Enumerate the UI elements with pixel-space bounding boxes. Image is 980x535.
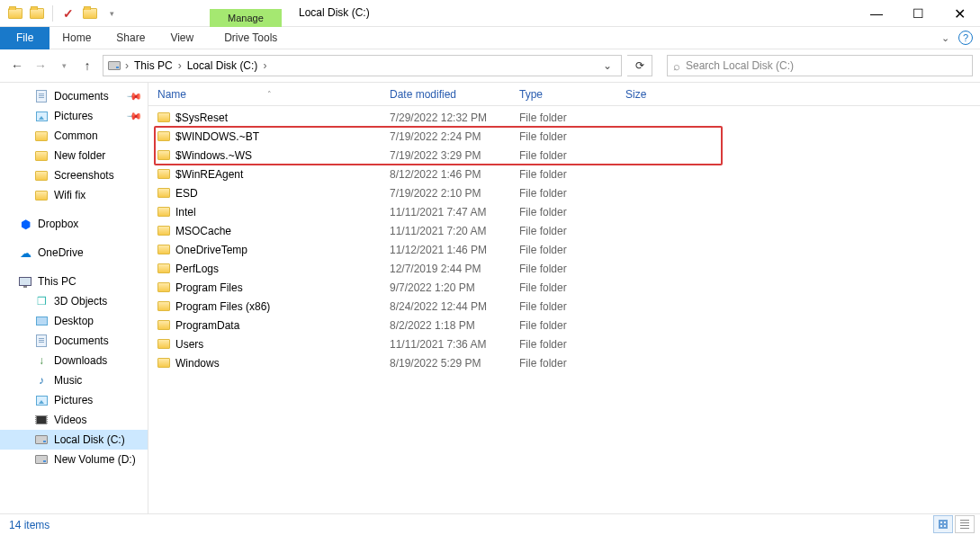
qat-dropdown-icon[interactable]: ▾ <box>102 4 121 23</box>
file-row[interactable]: $Windows.~WS 7/19/2022 3:29 PM File fold… <box>148 146 980 165</box>
file-row[interactable]: Program Files (x86) 8/24/2022 12:44 PM F… <box>148 297 980 316</box>
sidebar-quick-item[interactable]: Pictures 📌 <box>0 106 148 126</box>
folder-icon <box>157 169 175 179</box>
view-details-button[interactable] <box>933 515 953 533</box>
folder-icon <box>157 226 175 236</box>
folder-icon <box>34 168 49 183</box>
search-box[interactable]: ⌕ <box>667 55 973 76</box>
chevron-right-icon[interactable]: › <box>123 59 130 72</box>
file-row[interactable]: OneDriveTemp 11/12/2021 1:46 PM File fol… <box>148 240 980 259</box>
search-input[interactable] <box>686 59 967 72</box>
file-date: 11/11/2021 7:47 AM <box>390 206 519 218</box>
file-name: PerfLogs <box>175 263 390 275</box>
qat-newfolder-icon[interactable] <box>80 4 100 23</box>
sidebar-quick-item[interactable]: Documents 📌 <box>0 86 148 106</box>
qat-properties-icon[interactable]: ✓ <box>58 4 78 23</box>
sidebar-thispc-child[interactable]: ❒ 3D Objects <box>0 291 148 311</box>
file-type: File folder <box>519 300 625 313</box>
cube-icon: ❒ <box>34 294 49 308</box>
close-button[interactable]: ✕ <box>939 0 980 27</box>
sidebar-cloud-item[interactable]: ⬢ Dropbox <box>0 214 148 234</box>
folder-icon <box>157 358 175 368</box>
sidebar-thispc-child[interactable]: Local Disk (C:) <box>0 430 148 450</box>
ribbon-tab-home[interactable]: Home <box>49 27 103 49</box>
file-date: 9/7/2022 1:20 PM <box>390 281 519 294</box>
up-button[interactable]: ↑ <box>77 56 97 76</box>
sidebar-thispc-child[interactable]: Videos <box>0 410 148 430</box>
sidebar-thispc[interactable]: This PC <box>0 272 148 291</box>
recent-dropdown[interactable]: ▾ <box>54 56 74 76</box>
sidebar-thispc-child[interactable]: ♪ Music <box>0 370 148 390</box>
file-name: Intel <box>175 206 390 218</box>
sidebar-quick-item[interactable]: Wifi fix <box>0 185 148 205</box>
qat-app-icon[interactable] <box>27 4 47 23</box>
file-date: 8/19/2022 5:29 PM <box>390 357 519 370</box>
folder-icon <box>157 320 175 330</box>
file-date: 7/19/2022 2:10 PM <box>390 187 519 200</box>
file-row[interactable]: ProgramData 8/2/2022 1:18 PM File folder <box>148 316 980 334</box>
sidebar-item-label: Videos <box>54 414 148 426</box>
quick-access-toolbar: ✓ ▾ <box>0 4 121 23</box>
sidebar-thispc-child[interactable]: Documents <box>0 331 148 351</box>
file-row[interactable]: Windows 8/19/2022 5:29 PM File folder <box>148 353 980 372</box>
file-list[interactable]: Name˄ Date modified Type Size $SysReset … <box>148 83 980 513</box>
maximize-button[interactable]: ☐ <box>897 0 939 27</box>
folder-icon <box>157 339 175 349</box>
ribbon-tab-drivetools[interactable]: Drive Tools <box>211 27 290 49</box>
file-type: File folder <box>519 130 625 143</box>
minimize-button[interactable]: — <box>856 0 897 27</box>
breadcrumb-history-dropdown[interactable]: ⌄ <box>598 59 617 72</box>
refresh-button[interactable]: ⟳ <box>627 55 652 76</box>
breadcrumb[interactable]: › This PC › Local Disk (C:) › ⌄ <box>103 55 622 76</box>
sidebar-thispc-child[interactable]: Desktop <box>0 311 148 331</box>
file-row[interactable]: ESD 7/19/2022 2:10 PM File folder <box>148 183 980 202</box>
sidebar-item-label: Documents <box>54 90 122 103</box>
folder-icon <box>157 301 175 311</box>
main-area: Documents 📌 Pictures 📌 Common New folder… <box>0 82 980 513</box>
sidebar-thispc-child[interactable]: ↓ Downloads <box>0 351 148 370</box>
file-type: File folder <box>519 338 625 351</box>
file-name: $WINDOWS.~BT <box>175 130 390 143</box>
column-type[interactable]: Type <box>519 88 625 101</box>
file-row[interactable]: Intel 11/11/2021 7:47 AM File folder <box>148 202 980 221</box>
ribbon-expand-icon[interactable]: ⌄ <box>941 32 949 44</box>
back-button[interactable]: ← <box>7 56 27 76</box>
file-row[interactable]: Program Files 9/7/2022 1:20 PM File fold… <box>148 278 980 297</box>
sidebar-item-label: New folder <box>54 149 148 162</box>
sidebar-quick-item[interactable]: Common <box>0 126 148 146</box>
forward-button[interactable]: → <box>31 56 50 76</box>
qat-folder-icon[interactable] <box>5 4 25 23</box>
sidebar-item-label: Documents <box>54 334 148 347</box>
column-date[interactable]: Date modified <box>390 88 519 101</box>
file-date: 7/19/2022 3:29 PM <box>390 149 519 162</box>
view-large-button[interactable] <box>955 515 975 533</box>
ribbon-tab-share[interactable]: Share <box>103 27 157 49</box>
breadcrumb-item-thispc[interactable]: This PC <box>132 59 175 72</box>
file-row[interactable]: Users 11/11/2021 7:36 AM File folder <box>148 334 980 353</box>
ribbon-tab-file[interactable]: File <box>0 27 49 49</box>
desktop-icon <box>34 314 49 328</box>
help-icon[interactable]: ? <box>958 31 973 45</box>
sidebar-quick-item[interactable]: New folder <box>0 146 148 165</box>
window-title: Local Disk (C:) <box>299 6 370 19</box>
sidebar-thispc-child[interactable]: New Volume (D:) <box>0 450 148 469</box>
sidebar-thispc-child[interactable]: Pictures <box>0 390 148 410</box>
ribbon-tab-view[interactable]: View <box>157 27 206 49</box>
documents-icon <box>34 89 49 103</box>
navigation-pane[interactable]: Documents 📌 Pictures 📌 Common New folder… <box>0 83 148 513</box>
column-name[interactable]: Name˄ <box>157 88 390 101</box>
file-row[interactable]: $WINDOWS.~BT 7/19/2022 2:24 PM File fold… <box>148 127 980 146</box>
file-row[interactable]: $WinREAgent 8/12/2022 1:46 PM File folde… <box>148 165 980 183</box>
breadcrumb-item-drive[interactable]: Local Disk (C:) <box>185 59 260 72</box>
titlebar: ✓ ▾ Manage Local Disk (C:) — ☐ ✕ <box>0 0 980 27</box>
folder-icon <box>157 188 175 198</box>
chevron-right-icon[interactable]: › <box>261 59 268 72</box>
column-size[interactable]: Size <box>625 88 679 101</box>
file-row[interactable]: $SysReset 7/29/2022 12:32 PM File folder <box>148 108 980 127</box>
chevron-right-icon[interactable]: › <box>176 59 184 72</box>
file-row[interactable]: PerfLogs 12/7/2019 2:44 PM File folder <box>148 259 980 278</box>
file-type: File folder <box>519 187 625 200</box>
file-row[interactable]: MSOCache 11/11/2021 7:20 AM File folder <box>148 221 980 240</box>
sidebar-cloud-item[interactable]: ☁ OneDrive <box>0 243 148 263</box>
sidebar-quick-item[interactable]: Screenshots <box>0 165 148 185</box>
